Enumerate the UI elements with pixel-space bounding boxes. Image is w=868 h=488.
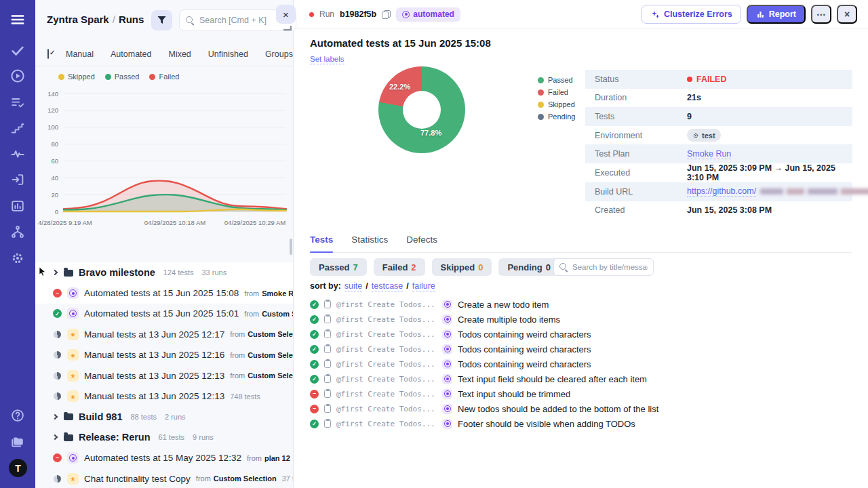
close-panel-button[interactable]: × [276,5,296,24]
from-label: from [247,454,262,462]
run-list-item[interactable]: Chat functinality test Copy from Custom … [35,468,293,488]
test-title[interactable]: Create a new todo item [458,300,549,310]
test-plan-link[interactable]: Smoke Run [687,149,731,159]
run-from: from Custom Selection [230,330,293,338]
settings-gear-icon[interactable] [10,251,25,266]
sort-failure-link[interactable]: failure [412,281,435,291]
test-title[interactable]: Footer should be visible when adding TOD… [458,419,635,429]
tests-search-input[interactable] [572,263,648,271]
test-suite-label[interactable]: @first Create Todos... [336,315,437,324]
chip-passed[interactable]: Passed7 [310,258,367,276]
list-check-icon[interactable] [10,95,25,110]
run-title[interactable]: Automated tests at 15 May 2025 12:32 [84,453,241,463]
folder-row[interactable]: Build 981 88 tests 2 runs [35,407,293,427]
tab-unfinished[interactable]: Unfinished [208,49,248,59]
run-list-item[interactable]: Manual tests at 13 Jun 2025 12:13 748 te… [35,386,293,406]
test-row[interactable]: @first Create Todos... Text input field … [310,371,861,386]
run-list-item[interactable]: Automated tests at 15 Jun 2025 15:08 fro… [35,283,293,303]
analytics-icon[interactable] [10,199,25,214]
test-suite-label[interactable]: @first Create Todos... [336,360,437,369]
tab-tests[interactable]: Tests [310,235,333,252]
test-suite-label[interactable]: @first Create Todos... [336,375,437,384]
test-title[interactable]: Create multiple todo items [458,314,560,325]
run-play-icon[interactable] [9,68,26,84]
run-list-item[interactable]: Automated tests at 15 Jun 2025 15:01 fro… [35,304,293,324]
test-row[interactable]: @first Create Todos... Create multiple t… [310,312,861,327]
test-suite-label[interactable]: @first Create Todos... [336,405,437,413]
set-labels-link[interactable]: Set labels [310,55,344,64]
run-list-item[interactable]: Manual tests at 13 Jun 2025 12:16 from C… [35,345,293,365]
run-list-item[interactable]: Automated tests at 15 May 2025 12:32 fro… [35,448,293,468]
run-title[interactable]: Chat functinality test Copy [84,474,191,484]
copy-icon[interactable] [382,10,391,19]
menu-icon[interactable] [10,12,25,27]
sort-testcase-link[interactable]: testcase [372,281,403,291]
breadcrumb[interactable]: Zyntra Spark/Runs [47,14,144,25]
test-suite-label[interactable]: @first Create Todos... [336,345,437,354]
test-title[interactable]: New todos should be added to the bottom … [458,404,658,414]
test-suite-label[interactable]: @first Create Todos... [336,390,437,399]
select-all-icon[interactable] [47,49,49,59]
run-title[interactable]: Manual tests at 13 Jun 2025 12:13 [84,391,224,401]
branches-icon[interactable] [10,224,25,239]
app-logo[interactable]: T [9,459,27,477]
scrollbar-thumb[interactable] [290,239,292,255]
tab-manual[interactable]: Manual [66,49,94,59]
import-icon[interactable] [10,172,25,187]
test-row[interactable]: @first Create Todos... Footer should be … [310,416,861,431]
chip-skipped[interactable]: Skipped0 [432,258,492,276]
run-title[interactable]: Automated tests at 15 Jun 2025 15:08 [84,288,239,298]
run-title[interactable]: Manual tests at 13 Jun 2025 12:13 [84,371,224,381]
folder-title[interactable]: Build 981 [79,411,122,422]
steps-icon[interactable] [10,121,25,136]
close-run-button[interactable]: × [837,5,857,24]
test-title[interactable]: Text input field should be cleared after… [458,374,647,384]
test-row[interactable]: @first Create Todos... Todos containing … [310,342,861,357]
report-button[interactable]: Report [747,5,806,24]
build-url-link[interactable]: https://github.com/ [687,186,756,197]
test-title[interactable]: Todos containing weird characters [458,359,591,369]
tab-mixed[interactable]: Mixed [168,49,191,59]
sort-suite-link[interactable]: suite [344,281,362,291]
chevron-right-icon[interactable] [52,270,58,275]
tab-automated[interactable]: Automated [111,49,151,59]
run-title[interactable]: Automated tests at 15 Jun 2025 15:01 [84,308,239,319]
check-icon[interactable] [10,43,25,58]
test-suite-label[interactable]: @first Create Todos... [336,420,437,428]
test-row[interactable]: @first Create Todos... Create a new todo… [310,297,861,312]
pulse-icon[interactable] [10,146,25,161]
clipboard-icon [324,315,331,323]
test-row[interactable]: @first Create Todos... Todos containing … [310,357,861,371]
filter-button[interactable] [151,10,172,30]
chevron-right-icon[interactable] [52,414,58,420]
folder-row[interactable]: Release: Rerun 61 tests 9 runs [35,427,293,447]
run-list-item[interactable]: Manual tests at 13 Jun 2025 12:13 from C… [35,365,293,386]
folder-title[interactable]: Bravo milestone [79,267,155,278]
breadcrumb-project[interactable]: Zyntra Spark [47,14,109,25]
run-title[interactable]: Manual tests at 13 Jun 2025 12:16 [84,350,224,360]
test-row[interactable]: @first Create Todos... Text input should… [310,386,861,401]
collapse-icon[interactable] [283,26,292,30]
help-icon[interactable] [10,408,25,423]
test-suite-label[interactable]: @first Create Todos... [336,330,437,339]
projects-icon[interactable] [10,434,25,449]
clusterize-errors-button[interactable]: Clusterize Errors [642,5,741,24]
test-suite-label[interactable]: @first Create Todos... [336,300,437,309]
chip-pending[interactable]: Pending0 [498,258,559,276]
test-title[interactable]: Todos containing weird characters [458,344,591,354]
more-actions-button[interactable]: ⋯ [811,5,831,24]
tab-defects[interactable]: Defects [406,235,437,252]
test-row[interactable]: @first Create Todos... New todos should … [310,401,861,416]
chip-failed[interactable]: Failed2 [374,258,425,276]
tab-statistics[interactable]: Statistics [351,235,388,252]
folder-row[interactable]: Bravo milestone 124 tests 33 runs [35,262,293,283]
tab-groups[interactable]: Groups [265,49,293,59]
test-row[interactable]: @first Create Todos... Todos containing … [310,327,861,342]
folder-title[interactable]: Release: Rerun [79,432,151,443]
test-title[interactable]: Todos containing weird characters [458,329,591,340]
run-list-item[interactable]: Manual tests at 13 Jun 2025 12:17 from C… [35,324,293,344]
test-title[interactable]: Text input should be trimmed [458,389,570,399]
tests-search[interactable] [553,258,654,276]
chevron-right-icon[interactable] [52,434,58,440]
run-title[interactable]: Manual tests at 13 Jun 2025 12:17 [84,329,224,340]
